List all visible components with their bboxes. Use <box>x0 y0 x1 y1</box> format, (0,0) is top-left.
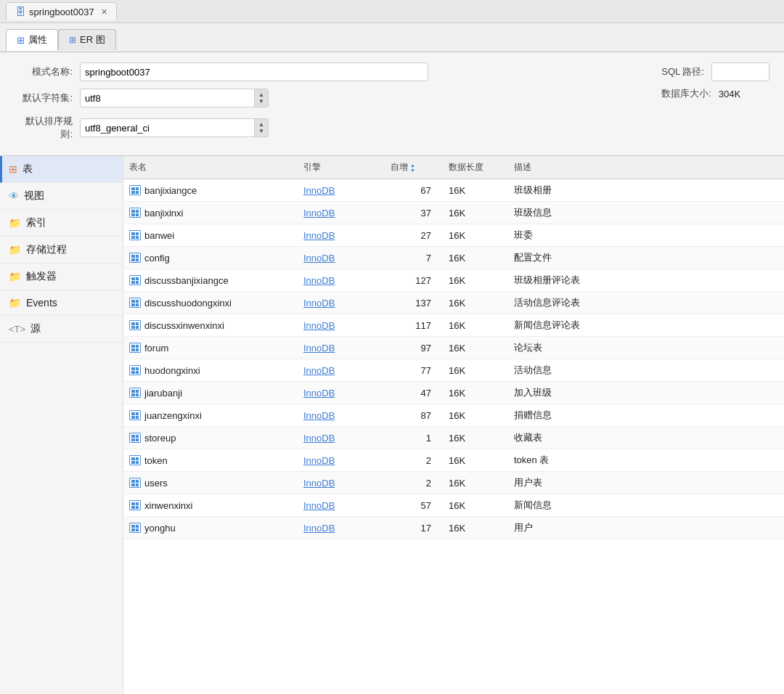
cell-engine[interactable]: InnoDB <box>298 406 385 425</box>
cell-auto-inc: 7 <box>385 248 443 268</box>
cell-table-name[interactable]: yonghu <box>123 518 298 538</box>
schema-name-input[interactable] <box>80 62 428 81</box>
cell-table-name[interactable]: huodongxinxi <box>123 361 298 380</box>
engine-link[interactable]: InnoDB <box>303 208 335 219</box>
cell-table-name[interactable]: discusshuodongxinxi <box>123 293 298 313</box>
cell-engine[interactable]: InnoDB <box>298 473 385 493</box>
sort-arrows-icon: ▲ ▼ <box>410 163 415 173</box>
cell-table-name[interactable]: storeup <box>123 428 298 448</box>
cell-data-length: 16K <box>443 451 508 470</box>
engine-link[interactable]: InnoDB <box>303 230 335 241</box>
properties-tab-label: 属性 <box>28 33 47 46</box>
cell-engine[interactable]: InnoDB <box>298 451 385 470</box>
cell-data-length: 16K <box>443 338 508 358</box>
cell-table-name[interactable]: users <box>123 473 298 493</box>
cell-engine[interactable]: InnoDB <box>298 271 385 290</box>
table-row-icon <box>129 410 141 420</box>
engine-link[interactable]: InnoDB <box>303 343 335 354</box>
cell-data-length: 16K <box>443 203 508 223</box>
trigger-icon: 📁 <box>9 271 21 282</box>
cell-description: 活动信息 <box>508 359 784 381</box>
sidebar-label-tables: 表 <box>23 163 33 176</box>
cell-description: token 表 <box>508 449 784 471</box>
cell-description: 用户 <box>508 517 784 539</box>
sidebar-item-views[interactable]: 👁 视图 <box>0 183 123 210</box>
sidebar-item-tables[interactable]: ⊞ 表 <box>0 156 123 183</box>
charset-select[interactable]: utf8 <box>81 89 254 107</box>
tab-er[interactable]: ⊞ ER 图 <box>58 29 116 50</box>
cell-engine[interactable]: InnoDB <box>298 181 385 200</box>
table-row-icon <box>129 478 141 488</box>
cell-auto-inc: 67 <box>385 181 443 200</box>
sidebar-item-procedures[interactable]: 📁 存储过程 <box>0 237 123 264</box>
cell-engine[interactable]: InnoDB <box>298 361 385 380</box>
engine-link[interactable]: InnoDB <box>303 523 335 534</box>
engine-link[interactable]: InnoDB <box>303 185 335 196</box>
cell-data-length: 16K <box>443 406 508 425</box>
cell-table-name[interactable]: juanzengxinxi <box>123 406 298 425</box>
table-row: token InnoDB 2 16K token 表 <box>123 449 784 472</box>
charset-select-wrap[interactable]: utf8 ▲ ▼ <box>80 89 269 107</box>
cell-engine[interactable]: InnoDB <box>298 518 385 538</box>
table-name-text: forum <box>144 343 168 354</box>
cell-engine[interactable]: InnoDB <box>298 338 385 358</box>
table-name-text: token <box>144 455 168 466</box>
cell-table-name[interactable]: banjixiangce <box>123 181 298 200</box>
cell-engine[interactable]: InnoDB <box>298 248 385 268</box>
cell-table-name[interactable]: config <box>123 248 298 268</box>
table-row: banjixiangce InnoDB 67 16K 班级相册 <box>123 179 784 202</box>
cell-table-name[interactable]: xinwenxinxi <box>123 496 298 515</box>
engine-link[interactable]: InnoDB <box>303 478 335 489</box>
cell-engine[interactable]: InnoDB <box>298 383 385 403</box>
engine-link[interactable]: InnoDB <box>303 433 335 444</box>
table-name-text: discusshuodongxinxi <box>144 298 232 309</box>
engine-link[interactable]: InnoDB <box>303 253 335 264</box>
cell-table-name[interactable]: token <box>123 451 298 470</box>
cell-engine[interactable]: InnoDB <box>298 226 385 245</box>
index-icon: 📁 <box>9 217 21 229</box>
table-name-text: jiarubanji <box>144 388 182 399</box>
engine-link[interactable]: InnoDB <box>303 365 335 376</box>
table-name-text: yonghu <box>144 523 176 534</box>
table-row-icon <box>129 298 141 308</box>
sidebar-item-indexes[interactable]: 📁 索引 <box>0 210 123 237</box>
engine-link[interactable]: InnoDB <box>303 298 335 309</box>
cell-engine[interactable]: InnoDB <box>298 316 385 335</box>
col-description: 描述 <box>508 160 784 175</box>
engine-link[interactable]: InnoDB <box>303 455 335 466</box>
sidebar-item-source[interactable]: <T> 源 <box>0 316 123 343</box>
cell-table-name[interactable]: banjixinxi <box>123 203 298 223</box>
table-row: users InnoDB 2 16K 用户表 <box>123 472 784 494</box>
cell-engine[interactable]: InnoDB <box>298 203 385 223</box>
collation-select-arrows: ▲ ▼ <box>254 119 268 136</box>
cell-table-name[interactable]: banwei <box>123 226 298 245</box>
engine-link[interactable]: InnoDB <box>303 320 335 331</box>
engine-link[interactable]: InnoDB <box>303 275 335 286</box>
sidebar-item-triggers[interactable]: 📁 触发器 <box>0 264 123 290</box>
cell-table-name[interactable]: forum <box>123 338 298 358</box>
table-row-icon <box>129 275 141 285</box>
cell-table-name[interactable]: jiarubanji <box>123 383 298 403</box>
table-row: config InnoDB 7 16K 配置文件 <box>123 247 784 269</box>
sidebar-item-events[interactable]: 📁 Events <box>0 290 123 316</box>
main-tab[interactable]: 🗄 springboot0037 ✕ <box>6 2 117 20</box>
cell-table-name[interactable]: discussbanjixiangce <box>123 271 298 290</box>
cell-description: 新闻信息 <box>508 494 784 516</box>
cell-engine[interactable]: InnoDB <box>298 496 385 515</box>
collation-select-wrap[interactable]: utf8_general_ci ▲ ▼ <box>80 118 269 137</box>
sql-path-input[interactable] <box>711 62 769 81</box>
engine-link[interactable]: InnoDB <box>303 410 335 421</box>
cell-auto-inc: 47 <box>385 383 443 403</box>
cell-data-length: 16K <box>443 226 508 245</box>
collation-select[interactable]: utf8_general_ci <box>81 119 254 136</box>
tab-label: springboot0037 <box>29 7 94 17</box>
engine-link[interactable]: InnoDB <box>303 500 335 511</box>
cell-table-name[interactable]: discussxinwenxinxi <box>123 316 298 335</box>
cell-auto-inc: 77 <box>385 361 443 380</box>
cell-engine[interactable]: InnoDB <box>298 428 385 448</box>
tab-close-button[interactable]: ✕ <box>101 7 107 17</box>
tab-properties[interactable]: ⊞ 属性 <box>6 29 58 51</box>
table-row-icon <box>129 455 141 465</box>
engine-link[interactable]: InnoDB <box>303 388 335 399</box>
cell-engine[interactable]: InnoDB <box>298 293 385 313</box>
